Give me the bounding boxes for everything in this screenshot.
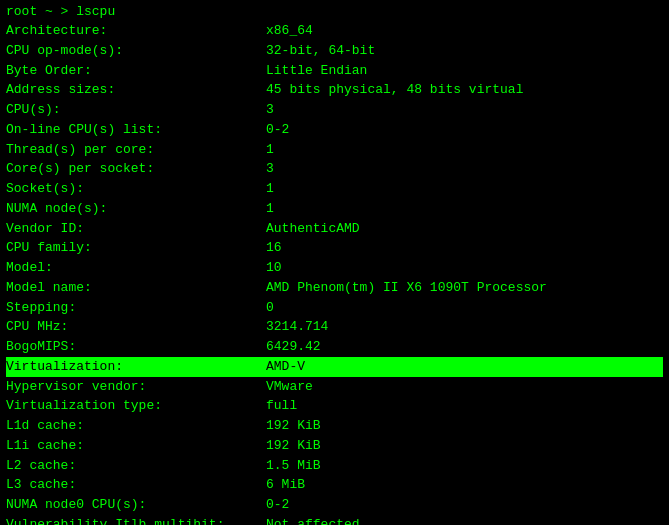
table-row: Model name:AMD Phenom(tm) II X6 1090T Pr…: [6, 278, 663, 298]
row-label: Byte Order:: [6, 61, 266, 81]
prompt-line: root ~ > lscpu: [6, 4, 663, 19]
row-value: 10: [266, 258, 282, 278]
row-label: Architecture:: [6, 21, 266, 41]
row-label: Socket(s):: [6, 179, 266, 199]
row-label: L1d cache:: [6, 416, 266, 436]
table-row: Byte Order:Little Endian: [6, 61, 663, 81]
row-value: AMD-V: [266, 357, 305, 377]
table-row: Address sizes:45 bits physical, 48 bits …: [6, 80, 663, 100]
row-label: Hypervisor vendor:: [6, 377, 266, 397]
table-row: CPU op-mode(s):32-bit, 64-bit: [6, 41, 663, 61]
row-label: NUMA node(s):: [6, 199, 266, 219]
table-row: Thread(s) per core:1: [6, 140, 663, 160]
table-row: NUMA node0 CPU(s):0-2: [6, 495, 663, 515]
row-value: 16: [266, 238, 282, 258]
row-label: L1i cache:: [6, 436, 266, 456]
row-label: On-line CPU(s) list:: [6, 120, 266, 140]
row-label: Model:: [6, 258, 266, 278]
row-label: BogoMIPS:: [6, 337, 266, 357]
row-value: 3214.714: [266, 317, 328, 337]
table-row: L1i cache:192 KiB: [6, 436, 663, 456]
table-row: Socket(s):1: [6, 179, 663, 199]
table-row: NUMA node(s):1: [6, 199, 663, 219]
row-value: 1: [266, 179, 274, 199]
table-row: CPU(s):3: [6, 100, 663, 120]
row-label: CPU MHz:: [6, 317, 266, 337]
table-row: CPU MHz:3214.714: [6, 317, 663, 337]
row-value: AuthenticAMD: [266, 219, 360, 239]
row-label: Thread(s) per core:: [6, 140, 266, 160]
terminal: root ~ > lscpu Architecture:x86_64CPU op…: [0, 0, 669, 525]
row-value: 1: [266, 199, 274, 219]
row-label: Stepping:: [6, 298, 266, 318]
table-row: Stepping:0: [6, 298, 663, 318]
row-label: Vendor ID:: [6, 219, 266, 239]
row-value: 0: [266, 298, 274, 318]
row-label: L2 cache:: [6, 456, 266, 476]
row-label: Vulnerability Itlb multihit:: [6, 515, 266, 525]
row-value: 32-bit, 64-bit: [266, 41, 375, 61]
row-value: AMD Phenom(tm) II X6 1090T Processor: [266, 278, 547, 298]
row-value: 6 MiB: [266, 475, 305, 495]
row-value: Not affected: [266, 515, 360, 525]
table-row: CPU family:16: [6, 238, 663, 258]
table-row: Vendor ID:AuthenticAMD: [6, 219, 663, 239]
row-value: 3: [266, 100, 274, 120]
row-value: 1: [266, 140, 274, 160]
row-label: NUMA node0 CPU(s):: [6, 495, 266, 515]
row-value: full: [266, 396, 297, 416]
row-label: CPU family:: [6, 238, 266, 258]
table-row: L1d cache:192 KiB: [6, 416, 663, 436]
table-row: On-line CPU(s) list:0-2: [6, 120, 663, 140]
row-label: Core(s) per socket:: [6, 159, 266, 179]
row-label: Virtualization type:: [6, 396, 266, 416]
row-label: Virtualization:: [6, 357, 266, 377]
table-row: Model:10: [6, 258, 663, 278]
row-value: Little Endian: [266, 61, 367, 81]
row-value: 6429.42: [266, 337, 321, 357]
row-value: 0-2: [266, 495, 289, 515]
row-value: 1.5 MiB: [266, 456, 321, 476]
row-value: 192 KiB: [266, 436, 321, 456]
row-value: 0-2: [266, 120, 289, 140]
table-row: Virtualization:AMD-V: [6, 357, 663, 377]
row-value: x86_64: [266, 21, 313, 41]
row-value: 192 KiB: [266, 416, 321, 436]
table-row: Vulnerability Itlb multihit:Not affected: [6, 515, 663, 525]
rows-container: Architecture:x86_64CPU op-mode(s):32-bit…: [6, 21, 663, 525]
table-row: Core(s) per socket:3: [6, 159, 663, 179]
row-label: L3 cache:: [6, 475, 266, 495]
row-value: VMware: [266, 377, 313, 397]
table-row: L2 cache:1.5 MiB: [6, 456, 663, 476]
row-label: Model name:: [6, 278, 266, 298]
table-row: Virtualization type:full: [6, 396, 663, 416]
table-row: Architecture:x86_64: [6, 21, 663, 41]
row-value: 45 bits physical, 48 bits virtual: [266, 80, 523, 100]
row-label: Address sizes:: [6, 80, 266, 100]
row-label: CPU op-mode(s):: [6, 41, 266, 61]
table-row: L3 cache:6 MiB: [6, 475, 663, 495]
row-label: CPU(s):: [6, 100, 266, 120]
row-value: 3: [266, 159, 274, 179]
table-row: Hypervisor vendor:VMware: [6, 377, 663, 397]
table-row: BogoMIPS:6429.42: [6, 337, 663, 357]
